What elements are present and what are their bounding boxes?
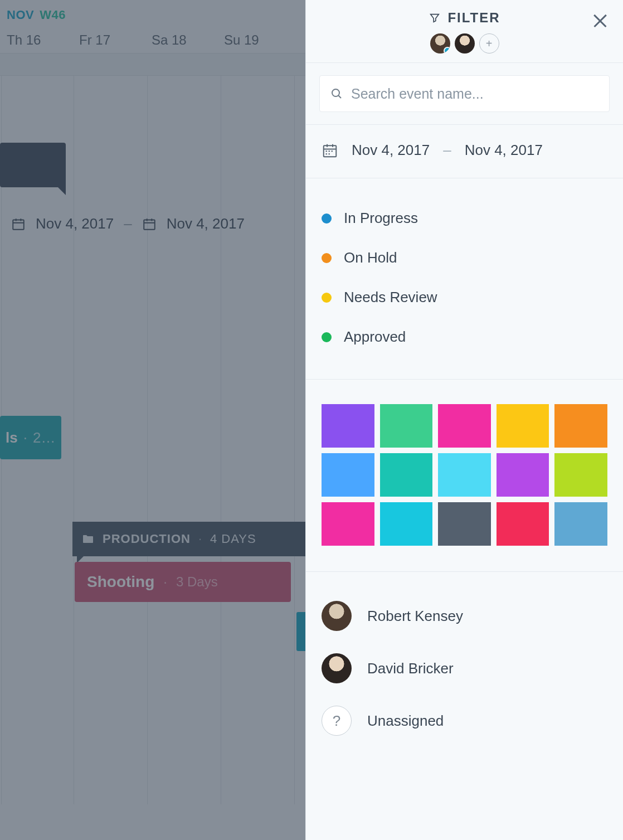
status-filter-item[interactable]: Needs Review [322,278,607,317]
avatar [322,653,352,683]
panel-title: FILTER [319,10,610,26]
day-col: Th 16 [7,32,79,48]
search-box[interactable] [319,75,610,112]
status-dot-icon [322,293,332,303]
people-filter-section: Robert KenseyDavid Bricker?Unassigned [306,572,623,765]
color-filter-section [306,380,623,572]
calendar-month-header: NOV W46 [7,8,299,22]
date-range-filter[interactable]: Nov 4, 2017 – Nov 4, 2017 [306,124,623,178]
status-dot-icon [322,213,332,224]
status-label: On Hold [344,249,397,266]
close-icon[interactable] [592,12,609,29]
event-tooltip[interactable] [0,143,66,187]
status-filter-item[interactable]: On Hold [322,238,607,278]
date-sep: – [443,142,451,159]
phase-bar-production[interactable]: PRODUCTION · 4 DAYS [72,522,323,556]
tag-dot: · [23,429,27,446]
person-filter-item[interactable]: ?Unassigned [322,695,607,747]
phase-label: PRODUCTION [103,532,191,546]
color-swatch[interactable] [438,453,491,497]
calendar-grid: Nov 4, 2017 – Nov 4, 2017 ls · 2… PRODUC… [0,76,305,804]
color-swatch[interactable] [497,404,549,448]
day-col: Fr 17 [79,32,152,48]
person-filter-item[interactable]: David Bricker [322,642,607,695]
panel-title-text: FILTER [447,10,500,26]
color-swatch[interactable] [554,453,607,497]
date-range-display: Nov 4, 2017 – Nov 4, 2017 [11,215,245,232]
color-swatch[interactable] [438,404,491,448]
date-from: Nov 4, 2017 [352,142,430,159]
event-sep: · [163,574,167,590]
person-name: Robert Kensey [367,608,463,625]
online-badge-icon [444,47,450,54]
status-label: Approved [344,328,406,346]
tag-suffix: ls [6,429,18,446]
status-filter-item[interactable]: In Progress [322,198,607,238]
add-filter-button[interactable]: + [479,33,499,54]
calendar-icon [142,217,157,231]
day-col: Su 19 [224,32,296,48]
color-swatch[interactable] [554,502,607,546]
plus-icon: + [486,37,493,50]
panel-header: FILTER + [306,0,623,63]
week-label: W46 [40,8,66,22]
filter-icon [429,12,441,24]
search-section [306,63,623,124]
month-label: NOV [7,8,34,22]
calendar-icon [11,217,26,231]
phase-meta: 4 DAYS [210,532,256,546]
search-icon [330,87,343,100]
event-bar-edge[interactable] [296,612,305,651]
phase-sep: · [198,532,202,546]
avatar[interactable] [455,33,475,54]
color-swatch[interactable] [322,453,374,497]
color-grid [322,404,607,546]
calendar-strip [0,54,305,76]
calendar-timeline: NOV W46 Th 16 Fr 17 Sa 18 Su 19 Nov 4, 2… [0,0,305,840]
status-filter-item[interactable]: Approved [322,317,607,357]
color-swatch[interactable] [497,453,549,497]
status-dot-icon [322,253,332,263]
svg-rect-1 [144,220,155,229]
date-from: Nov 4, 2017 [36,215,114,232]
active-filter-avatars: + [319,33,610,54]
folder-icon [81,532,95,546]
unassigned-icon: ? [322,706,352,736]
calendar-icon [322,142,338,159]
event-meta: 3 Days [176,574,218,590]
date-to: Nov 4, 2017 [167,215,245,232]
color-swatch[interactable] [554,404,607,448]
status-label: In Progress [344,210,418,227]
day-col: Sa 18 [152,32,224,48]
color-swatch[interactable] [497,502,549,546]
search-input[interactable] [351,86,599,102]
color-swatch[interactable] [322,502,374,546]
event-tag[interactable]: ls · 2… [0,416,61,459]
color-swatch[interactable] [438,502,491,546]
event-bar-shooting[interactable]: Shooting · 3 Days [75,562,291,602]
status-label: Needs Review [344,289,437,306]
status-filter-section: In ProgressOn HoldNeeds ReviewApproved [306,178,623,380]
event-label: Shooting [87,573,154,591]
color-swatch[interactable] [380,502,433,546]
calendar-days-row: Th 16 Fr 17 Sa 18 Su 19 [7,32,299,48]
tag-count: 2… [33,429,55,446]
date-to: Nov 4, 2017 [465,142,543,159]
date-sep: – [124,215,132,232]
color-swatch[interactable] [322,404,374,448]
color-swatch[interactable] [380,453,433,497]
person-filter-item[interactable]: Robert Kensey [322,590,607,642]
svg-rect-0 [13,220,24,229]
svg-point-2 [332,89,339,96]
status-dot-icon [322,332,332,342]
person-name: Unassigned [367,712,444,730]
color-swatch[interactable] [380,404,433,448]
filter-panel: FILTER + Nov 4, 2017 – Nov 4, 2017 In Pr… [305,0,623,840]
person-name: David Bricker [367,660,454,677]
avatar [322,601,352,631]
avatar[interactable] [430,33,450,54]
